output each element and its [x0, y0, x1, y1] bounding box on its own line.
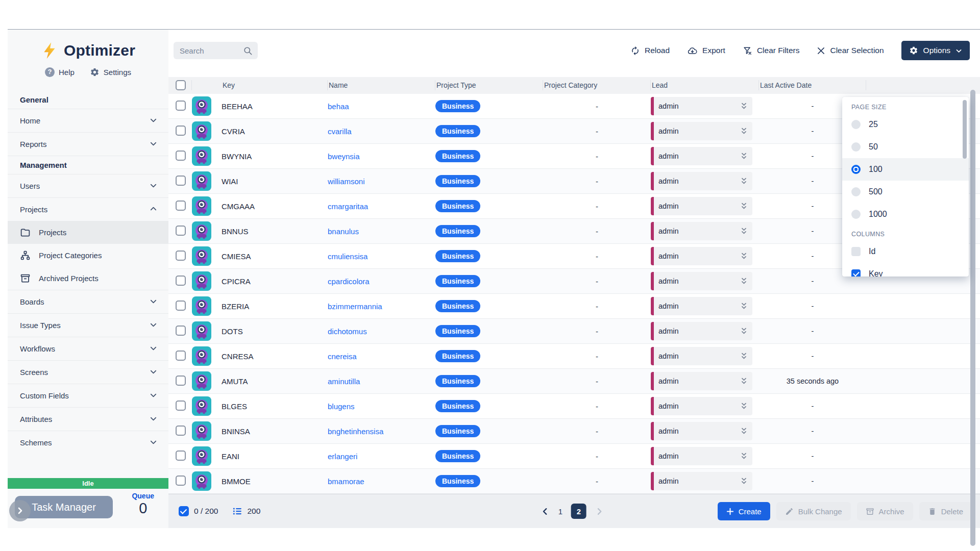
lead-select[interactable]: admin: [651, 297, 752, 315]
row-checkbox[interactable]: [176, 325, 186, 336]
export-button[interactable]: Export: [687, 46, 725, 56]
sidebar-item-project-categories[interactable]: Project Categories: [8, 244, 168, 267]
archive-button[interactable]: Archive: [857, 502, 913, 520]
lead-select[interactable]: admin: [651, 422, 752, 440]
row-checkbox[interactable]: [176, 126, 186, 136]
page-size-option-1000[interactable]: 1000: [842, 203, 969, 226]
lead-select[interactable]: admin: [651, 147, 752, 165]
row-checkbox[interactable]: [176, 425, 186, 436]
page-button-2-current[interactable]: 2: [571, 504, 586, 519]
lead-select[interactable]: admin: [651, 472, 752, 490]
project-name-link[interactable]: bnghetinhensisa: [328, 427, 383, 436]
sidebar-item-custom-fields[interactable]: Custom Fields: [8, 384, 168, 407]
lead-select[interactable]: admin: [651, 197, 752, 215]
column-header-key[interactable]: Key: [222, 80, 328, 90]
bulk-change-button[interactable]: Bulk Change: [776, 502, 851, 520]
project-name-link[interactable]: williamsoni: [328, 177, 365, 186]
clear-selection-button[interactable]: Clear Selection: [817, 46, 884, 55]
project-name-link[interactable]: blugens: [328, 402, 355, 411]
row-checkbox[interactable]: [176, 151, 186, 161]
row-checkbox[interactable]: [176, 300, 186, 311]
project-name-link[interactable]: cpardicolora: [328, 277, 370, 286]
lead-select[interactable]: admin: [651, 122, 752, 140]
options-button[interactable]: Options: [901, 41, 970, 60]
project-name-link[interactable]: dichotomus: [328, 327, 367, 336]
page-size-option-50[interactable]: 50: [842, 136, 969, 158]
sidebar-item-home[interactable]: Home: [8, 109, 168, 132]
project-key: BLGES: [222, 402, 328, 411]
row-checkbox[interactable]: [176, 226, 186, 236]
lead-select[interactable]: admin: [651, 97, 752, 115]
lead-select[interactable]: admin: [651, 347, 752, 365]
lead-select[interactable]: admin: [651, 447, 752, 465]
dropdown-scrollbar[interactable]: [963, 100, 967, 159]
project-name-link[interactable]: behaa: [328, 102, 349, 111]
lead-value: admin: [658, 377, 740, 385]
project-name-link[interactable]: cnereisa: [328, 352, 357, 361]
expand-sidebar-button[interactable]: [9, 500, 31, 521]
row-checkbox[interactable]: [176, 276, 186, 286]
sidebar-item-screens[interactable]: Screens: [8, 360, 168, 384]
sidebar-item-workflows[interactable]: Workflows: [8, 337, 168, 360]
project-name-link[interactable]: erlangeri: [328, 452, 357, 461]
delete-button[interactable]: Delete: [919, 502, 972, 520]
sidebar-item-projects-sub[interactable]: Projects: [8, 221, 168, 244]
project-name-link[interactable]: bnanulus: [328, 227, 359, 236]
page-size-option-500[interactable]: 500: [842, 181, 969, 203]
column-toggle-key[interactable]: Key: [842, 263, 969, 277]
lead-select[interactable]: admin: [651, 397, 752, 415]
settings-button[interactable]: Settings: [90, 67, 131, 77]
lead-select[interactable]: admin: [651, 322, 752, 340]
row-checkbox[interactable]: [176, 400, 186, 411]
lead-select[interactable]: admin: [651, 372, 752, 390]
previous-page-button[interactable]: [541, 507, 550, 516]
column-header-project-type[interactable]: Project Type: [435, 80, 543, 90]
project-key: BEEHAA: [222, 102, 328, 111]
row-checkbox[interactable]: [176, 350, 186, 361]
lead-select[interactable]: admin: [651, 272, 752, 290]
selection-checkbox[interactable]: [179, 506, 189, 516]
column-header-project-category[interactable]: Project Category: [543, 80, 651, 90]
sidebar-item-attributes[interactable]: Attributes: [8, 407, 168, 431]
row-checkbox[interactable]: [176, 201, 186, 211]
row-checkbox[interactable]: [176, 176, 186, 186]
row-checkbox[interactable]: [176, 375, 186, 386]
sidebar-item-boards[interactable]: Boards: [8, 290, 168, 313]
column-toggle-id[interactable]: Id: [842, 240, 969, 263]
reload-button[interactable]: Reload: [630, 46, 670, 56]
vertical-scrollbar[interactable]: [970, 90, 975, 546]
project-name-link[interactable]: bweynsia: [328, 152, 360, 161]
project-name-link[interactable]: cmuliensisa: [328, 252, 368, 261]
next-page-button[interactable]: [595, 507, 604, 516]
clear-filters-button[interactable]: Clear Filters: [743, 46, 800, 56]
row-checkbox[interactable]: [176, 475, 186, 486]
row-checkbox[interactable]: [176, 450, 186, 461]
project-name-link[interactable]: cvarilla: [328, 127, 352, 136]
project-name-link[interactable]: bzimmermannia: [328, 302, 382, 311]
help-button[interactable]: Help: [45, 67, 75, 77]
column-header-last-active-date[interactable]: Last Active Date: [759, 80, 866, 90]
column-header-lead[interactable]: Lead: [651, 80, 759, 90]
project-name-link[interactable]: aminutilla: [328, 377, 360, 386]
project-name-link[interactable]: cmargaritaa: [328, 202, 368, 211]
page-button-1[interactable]: 1: [558, 507, 562, 516]
sidebar-item-users[interactable]: Users: [8, 174, 168, 197]
project-name-link[interactable]: bmamorae: [328, 477, 364, 486]
search-input[interactable]: Search: [174, 42, 258, 59]
row-checkbox[interactable]: [176, 101, 186, 111]
sidebar-item-issue-types[interactable]: Issue Types: [8, 313, 168, 337]
page-size-option-25[interactable]: 25: [842, 113, 969, 136]
unfold-icon: [740, 252, 748, 260]
sidebar-item-archived-projects[interactable]: Archived Projects: [8, 267, 168, 290]
lead-select[interactable]: admin: [651, 222, 752, 240]
sidebar-item-schemes[interactable]: Schemes: [8, 431, 168, 454]
create-button[interactable]: Create: [718, 502, 770, 520]
lead-select[interactable]: admin: [651, 172, 752, 190]
lead-select[interactable]: admin: [651, 247, 752, 265]
page-size-option-100[interactable]: 100: [842, 158, 969, 181]
column-header-name[interactable]: Name: [328, 80, 435, 90]
select-all-checkbox[interactable]: [176, 80, 186, 90]
row-checkbox[interactable]: [176, 251, 186, 261]
sidebar-item-projects[interactable]: Projects: [8, 197, 168, 221]
sidebar-item-reports[interactable]: Reports: [8, 132, 168, 156]
